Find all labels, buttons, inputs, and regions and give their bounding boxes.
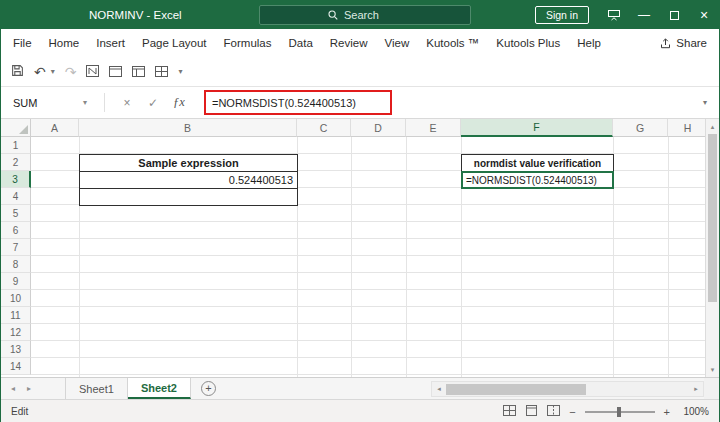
- cell-b2[interactable]: Sample expression: [79, 154, 298, 172]
- row-header-13[interactable]: 13: [1, 341, 31, 358]
- formula-bar: SUM ▾ × ✓ ƒx =NORMSDIST(0.524400513) ▾: [1, 87, 719, 119]
- col-header-d[interactable]: D: [351, 119, 406, 137]
- share-label: Share: [676, 37, 707, 49]
- zoom-slider[interactable]: [585, 411, 655, 413]
- status-bar-right: − + 100%: [503, 405, 709, 418]
- scrollbar-corner: [704, 378, 719, 400]
- tab-insert[interactable]: Insert: [96, 37, 125, 49]
- search-input[interactable]: [344, 9, 402, 21]
- sheet-nav-right-icon[interactable]: ▸: [21, 378, 37, 399]
- col-header-c[interactable]: C: [297, 119, 351, 137]
- cell-f3-active[interactable]: =NORMSDIST(0.524400513): [461, 171, 614, 189]
- cell-f2[interactable]: normdist value verification: [461, 154, 614, 172]
- undo-button[interactable]: ↶: [34, 64, 46, 80]
- col-header-e[interactable]: E: [406, 119, 461, 137]
- page-layout-view-icon[interactable]: [525, 405, 538, 418]
- zoom-level[interactable]: 100%: [679, 406, 709, 417]
- cell-b3[interactable]: 0.524400513: [79, 171, 298, 189]
- select-all-button[interactable]: [1, 119, 31, 137]
- row-header-9[interactable]: 9: [1, 273, 31, 290]
- tab-formulas[interactable]: Formulas: [224, 37, 272, 49]
- ribbon-tab-bar: File Home Insert Page Layout Formulas Da…: [1, 29, 719, 57]
- row-header-4[interactable]: 4: [1, 188, 31, 205]
- scroll-up-icon[interactable]: ▴: [706, 120, 719, 133]
- normal-view-icon[interactable]: [503, 405, 516, 418]
- row-header-3[interactable]: 3: [1, 171, 31, 188]
- cancel-icon[interactable]: ×: [115, 87, 139, 118]
- maximize-button[interactable]: [659, 1, 689, 29]
- excel-window: NORMINV - Excel Sign in — × File Home In…: [0, 0, 720, 422]
- undo-dropdown-icon[interactable]: ▾: [51, 67, 55, 76]
- col-header-h[interactable]: H: [668, 119, 707, 137]
- share-icon: [660, 38, 671, 49]
- tab-data[interactable]: Data: [289, 37, 313, 49]
- col-header-g[interactable]: G: [613, 119, 668, 137]
- quick-access-toolbar: ↶ ▾ ↷: [1, 57, 719, 87]
- sheet-tab-sheet1[interactable]: Sheet1: [65, 378, 128, 399]
- horizontal-scroll-thumb[interactable]: [446, 384, 586, 395]
- zoom-out-icon[interactable]: −: [569, 406, 575, 418]
- sheet-nav-left-icon[interactable]: ◂: [5, 378, 21, 399]
- redo-button[interactable]: ↷: [65, 64, 77, 80]
- tab-kutools[interactable]: Kutools ™: [426, 37, 479, 49]
- col-header-b[interactable]: B: [79, 119, 297, 137]
- row-header-2[interactable]: 2: [1, 154, 31, 171]
- new-sheet-icon[interactable]: +: [201, 381, 216, 396]
- row-header-14[interactable]: 14: [1, 358, 31, 375]
- panes-icon[interactable]: [132, 63, 145, 81]
- worksheet-grid: A B C D E F G H 1 2 3 4 5 6 7 8 9 10 11 …: [1, 119, 719, 377]
- cell-area: Sample expression 0.524400513 normdist v…: [31, 137, 707, 377]
- sign-in-button[interactable]: Sign in: [535, 6, 589, 24]
- row-header-7[interactable]: 7: [1, 239, 31, 256]
- search-box[interactable]: [259, 5, 471, 25]
- window-icon[interactable]: [109, 63, 122, 81]
- tab-review[interactable]: Review: [330, 37, 368, 49]
- zoom-in-icon[interactable]: +: [664, 406, 670, 418]
- name-box-dropdown-icon[interactable]: ▾: [83, 87, 87, 118]
- minimize-button[interactable]: —: [629, 1, 659, 29]
- enter-icon[interactable]: ✓: [141, 87, 165, 118]
- save-icon[interactable]: [11, 63, 24, 81]
- formula-bar-expand-icon[interactable]: ▾: [695, 87, 715, 118]
- insert-function-icon[interactable]: ƒx: [167, 87, 191, 118]
- col-header-a[interactable]: A: [31, 119, 79, 137]
- sheet-tab-bar: ◂ ▸ Sheet1 Sheet2 + ◂ ▸: [1, 377, 719, 399]
- scroll-right-icon[interactable]: ▸: [689, 385, 703, 393]
- row-header-8[interactable]: 8: [1, 256, 31, 273]
- formula-input[interactable]: =NORMSDIST(0.524400513): [212, 97, 356, 109]
- cell-b4[interactable]: [79, 188, 298, 206]
- vertical-scrollbar[interactable]: ▴ ▾: [705, 119, 719, 377]
- qat-customize-icon[interactable]: ▾: [178, 67, 182, 76]
- formula-bar-divider: [104, 93, 105, 112]
- stamp-icon[interactable]: [86, 63, 99, 81]
- horizontal-scrollbar[interactable]: ◂ ▸: [431, 381, 704, 397]
- row-header-1[interactable]: 1: [1, 137, 31, 154]
- tab-help[interactable]: Help: [577, 37, 601, 49]
- page-break-view-icon[interactable]: [547, 405, 560, 418]
- row-header-10[interactable]: 10: [1, 290, 31, 307]
- row-header-5[interactable]: 5: [1, 205, 31, 222]
- row-header-12[interactable]: 12: [1, 324, 31, 341]
- share-button[interactable]: Share: [660, 37, 707, 49]
- title-bar: NORMINV - Excel Sign in — ×: [1, 1, 719, 29]
- tab-home[interactable]: Home: [49, 37, 80, 49]
- sheet-tab-sheet2[interactable]: Sheet2: [128, 378, 191, 399]
- ribbon-display-options-icon[interactable]: [599, 1, 629, 29]
- tab-kutools-plus[interactable]: Kutools Plus: [496, 37, 560, 49]
- horizontal-scroll-track[interactable]: [446, 382, 689, 396]
- close-button[interactable]: ×: [689, 1, 719, 29]
- tab-file[interactable]: File: [13, 37, 32, 49]
- tab-view[interactable]: View: [385, 37, 410, 49]
- tab-page-layout[interactable]: Page Layout: [142, 37, 207, 49]
- search-icon: [328, 10, 338, 20]
- grid-icon[interactable]: [155, 63, 168, 81]
- row-header-11[interactable]: 11: [1, 307, 31, 324]
- scroll-left-icon[interactable]: ◂: [432, 385, 446, 393]
- zoom-slider-thumb[interactable]: [617, 407, 621, 417]
- scroll-down-icon[interactable]: ▾: [706, 363, 719, 376]
- window-title: NORMINV - Excel: [89, 1, 182, 29]
- col-header-f[interactable]: F: [461, 119, 613, 137]
- vertical-scroll-thumb[interactable]: [708, 134, 717, 302]
- mode-indicator: Edit: [11, 406, 28, 417]
- row-header-6[interactable]: 6: [1, 222, 31, 239]
